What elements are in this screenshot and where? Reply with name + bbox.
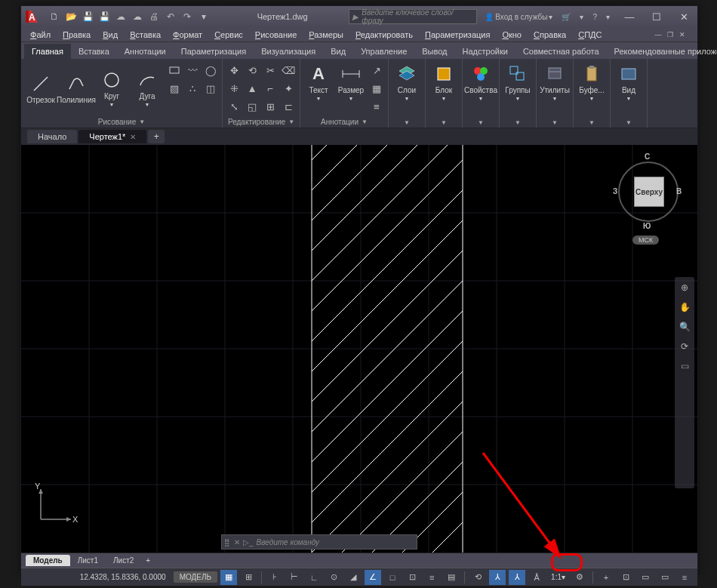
status-units-icon[interactable]: ⊡ bbox=[617, 570, 634, 585]
menu-parametric[interactable]: Параметризация bbox=[419, 29, 496, 41]
close-tab-icon[interactable]: ✕ bbox=[130, 133, 136, 141]
trim-icon[interactable]: ✂ bbox=[262, 62, 278, 79]
ribbon-tab-collab[interactable]: Совместная работа bbox=[515, 44, 607, 59]
utilities-button[interactable]: Утилиты▼ bbox=[540, 62, 570, 115]
status-grid-icon[interactable]: ▦ bbox=[220, 570, 237, 585]
app-menu-button[interactable]: A bbox=[21, 6, 42, 27]
status-dynamic-icon[interactable]: ⊢ bbox=[286, 570, 303, 585]
menu-view[interactable]: Вид bbox=[97, 29, 124, 41]
ribbon-tab-parametric[interactable]: Параметризация bbox=[174, 44, 254, 59]
menu-insert[interactable]: Вставка bbox=[124, 29, 167, 41]
add-tab-button[interactable]: + bbox=[148, 130, 165, 143]
ribbon-tab-visualize[interactable]: Визуализация bbox=[254, 44, 323, 59]
menu-modify[interactable]: Редактировать bbox=[349, 29, 419, 41]
status-3dosnap-icon[interactable]: □ bbox=[384, 570, 401, 585]
qat-open-icon[interactable]: 📂 bbox=[63, 9, 78, 24]
minimize-button[interactable]: — bbox=[616, 6, 643, 27]
groups-button[interactable]: Группы▼ bbox=[503, 62, 533, 115]
status-lineweight-icon[interactable]: ≡ bbox=[423, 570, 440, 585]
view-button[interactable]: Вид▼ bbox=[614, 62, 644, 115]
app-store-icon[interactable]: ▾ bbox=[577, 9, 586, 24]
help-dropdown-icon[interactable]: ▾ bbox=[603, 9, 613, 24]
command-line[interactable]: ⣿ ✕ ▷_ Введите команду bbox=[221, 534, 417, 550]
menu-help[interactable]: Справка bbox=[528, 29, 572, 41]
status-osnap-icon[interactable]: ∠ bbox=[365, 570, 381, 585]
nav-zoom-icon[interactable]: 🔍 bbox=[677, 319, 692, 334]
status-snap-icon[interactable]: ⊞ bbox=[240, 570, 257, 585]
line-button[interactable]: Отрезок bbox=[24, 62, 57, 115]
maximize-button[interactable]: ☐ bbox=[643, 6, 670, 27]
clipboard-button[interactable]: Буфе...▼ bbox=[577, 62, 607, 115]
viewcube-east[interactable]: В bbox=[676, 187, 682, 195]
spline-icon[interactable]: 〰 bbox=[184, 62, 201, 79]
doc-restore-icon[interactable]: ❐ bbox=[664, 29, 676, 41]
copy-icon[interactable]: ⁜ bbox=[226, 80, 242, 97]
qat-plot-icon[interactable]: 🖨 bbox=[146, 9, 162, 24]
qat-undo-icon[interactable]: ↶ bbox=[163, 9, 178, 24]
status-transparency-icon[interactable]: ▤ bbox=[443, 570, 460, 585]
nav-showmotion-icon[interactable]: ▭ bbox=[677, 359, 692, 374]
viewcube[interactable]: Сверху С Ю В З МСК bbox=[614, 152, 682, 236]
layout-tab-sheet1[interactable]: Лист1 bbox=[70, 555, 106, 566]
nav-wheel-icon[interactable]: ⊕ bbox=[677, 280, 692, 295]
menu-edit[interactable]: Правка bbox=[57, 29, 97, 41]
viewcube-face[interactable]: Сверху bbox=[634, 177, 664, 207]
rect-icon[interactable] bbox=[166, 62, 183, 79]
status-autoscale-icon[interactable]: Å bbox=[528, 570, 545, 585]
status-otrack-icon[interactable]: ⊡ bbox=[404, 570, 420, 585]
circle-button[interactable]: Круг▼ bbox=[95, 62, 128, 115]
close-button[interactable]: ✕ bbox=[670, 6, 697, 27]
cmdline-grip-icon[interactable]: ⣿ bbox=[222, 538, 231, 546]
ribbon-tab-featured[interactable]: Рекомендованные приложения bbox=[607, 44, 717, 59]
viewcube-north[interactable]: С bbox=[645, 152, 650, 161]
doc-tab-start[interactable]: Начало bbox=[27, 130, 77, 143]
nav-orbit-icon[interactable]: ⟳ bbox=[677, 339, 692, 354]
menu-draw[interactable]: Рисование bbox=[249, 29, 303, 41]
doc-min-icon[interactable]: — bbox=[652, 29, 664, 41]
region-icon[interactable]: ◫ bbox=[202, 80, 219, 97]
ribbon-tab-manage[interactable]: Управление bbox=[353, 44, 414, 59]
ribbon-tab-insert[interactable]: Вставка bbox=[71, 44, 117, 59]
ribbon-tab-addins[interactable]: Надстройки bbox=[455, 44, 515, 59]
qat-cloud-save-icon[interactable]: ☁ bbox=[130, 9, 145, 24]
status-isodraft-icon[interactable]: ◢ bbox=[345, 570, 362, 585]
doc-close-icon[interactable]: ✕ bbox=[676, 29, 688, 41]
viewcube-south[interactable]: Ю bbox=[643, 222, 651, 230]
layout-tab-add[interactable]: + bbox=[141, 555, 155, 566]
status-infer-icon[interactable]: ⊦ bbox=[266, 570, 283, 585]
text-button[interactable]: AТекст▼ bbox=[303, 62, 334, 115]
drawing-viewport[interactable]: Сверху С Ю В З МСК ⊕ ✋ 🔍 ⟳ ▭ XY ⣿ ✕ ▷_ В… bbox=[21, 145, 697, 553]
menu-tools[interactable]: Сервис bbox=[208, 29, 249, 41]
leader-icon[interactable]: ↗ bbox=[368, 62, 385, 79]
menu-format[interactable]: Формат bbox=[167, 29, 208, 41]
ellipse-icon[interactable]: ◯ bbox=[202, 62, 219, 79]
exchange-icon[interactable]: 🛒 bbox=[559, 9, 574, 24]
nav-pan-icon[interactable]: ✋ bbox=[677, 300, 692, 315]
ribbon-tab-output[interactable]: Вывод bbox=[414, 44, 454, 59]
qat-save-icon[interactable]: 💾 bbox=[80, 9, 95, 24]
status-scale[interactable]: 1:1▾ bbox=[548, 573, 568, 581]
status-space-toggle[interactable]: МОДЕЛЬ bbox=[174, 571, 217, 583]
viewcube-west[interactable]: З bbox=[613, 187, 617, 195]
doc-tab-drawing1[interactable]: Чертеж1*✕ bbox=[78, 130, 146, 143]
ribbon-tab-home[interactable]: Главная bbox=[24, 44, 71, 59]
menu-file[interactable]: Файл bbox=[24, 29, 57, 41]
status-ortho-icon[interactable]: ∟ bbox=[306, 570, 322, 585]
viewcube-wcs[interactable]: МСК bbox=[632, 236, 659, 245]
move-icon[interactable]: ✥ bbox=[226, 62, 242, 79]
scale-icon[interactable]: ◱ bbox=[244, 98, 260, 115]
offset-icon[interactable]: ⊏ bbox=[280, 98, 297, 115]
status-annovisibility-icon[interactable]: ⅄ bbox=[509, 570, 525, 585]
hatch-icon[interactable]: ▨ bbox=[166, 80, 183, 97]
status-lockui-icon[interactable]: ▭ bbox=[657, 570, 673, 585]
search-input[interactable]: ▶ Введите ключевое слово/фразу bbox=[349, 9, 477, 24]
qat-redo-icon[interactable]: ↷ bbox=[180, 9, 195, 24]
layout-tab-sheet2[interactable]: Лист2 bbox=[106, 555, 141, 566]
polyline-button[interactable]: Полилиния bbox=[60, 62, 93, 115]
fillet-icon[interactable]: ⌐ bbox=[262, 80, 278, 97]
help-icon[interactable]: ? bbox=[589, 9, 600, 24]
rotate-icon[interactable]: ⟲ bbox=[244, 62, 260, 79]
status-custom-icon[interactable]: ≡ bbox=[676, 570, 693, 585]
cmdline-close-icon[interactable]: ✕ bbox=[231, 538, 243, 546]
menu-window[interactable]: Окно bbox=[496, 29, 528, 41]
